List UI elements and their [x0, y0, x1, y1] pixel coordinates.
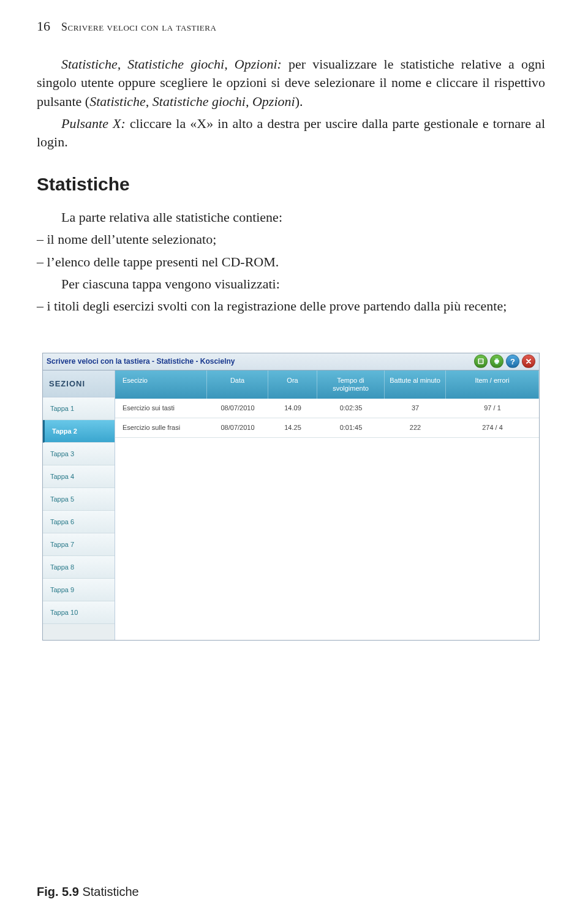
cell-item: 97 / 1	[446, 399, 539, 418]
svg-rect-6	[496, 363, 499, 364]
list-item-1: – il nome dell’utente selezionato;	[37, 230, 545, 249]
figure-caption-text: Statistiche	[79, 885, 139, 898]
print-icon	[493, 358, 500, 365]
cell-data: 08/07/2010	[207, 399, 268, 418]
paragraph-3: La parte relativa alle statistiche conti…	[37, 208, 545, 227]
list-item-2: – l’elenco delle tappe presenti nel CD-R…	[37, 253, 545, 271]
cell-tempo: 0:01:45	[317, 418, 385, 437]
sidebar-item-tappa-6[interactable]: Tappa 6	[43, 511, 115, 533]
sidebar-item-tappa-2[interactable]: Tappa 2	[43, 420, 115, 443]
col-ora: Ora	[268, 370, 317, 399]
cell-battute: 222	[385, 418, 446, 437]
col-tempo: Tempo di svolgimento	[317, 370, 385, 399]
paragraph-4: Per ciascuna tappa vengono visualizzati:	[37, 275, 545, 293]
table-row[interactable]: Esercizio sui tasti08/07/201014.090:02:3…	[115, 399, 539, 418]
col-item: Item / errori	[446, 370, 539, 399]
close-button[interactable]	[522, 355, 535, 368]
svg-rect-1	[479, 359, 483, 361]
page-number: 16	[37, 18, 50, 34]
figure-caption: Fig. 5.9 Statistiche	[37, 885, 139, 899]
section-heading: Statistiche	[37, 174, 545, 195]
para1-italics: Statistiche, Statistiche giochi, Opzioni	[89, 94, 295, 109]
table-header: Esecizio Data Ora Tempo di svolgimento B…	[115, 370, 539, 399]
list-item-3: – i titoli degli esercizi svolti con la …	[37, 297, 545, 315]
export-icon	[477, 358, 484, 365]
window-title: Scrivere veloci con la tastiera - Statis…	[47, 357, 472, 366]
cell-item: 274 / 4	[446, 418, 539, 437]
titlebar: Scrivere veloci con la tastiera - Statis…	[43, 353, 539, 370]
col-data: Data	[207, 370, 268, 399]
paragraph-1: Statistiche, Statistiche giochi, Opzioni…	[37, 55, 545, 111]
running-head: Scrivere veloci con la tastiera	[61, 21, 216, 34]
cell-ora: 14.25	[268, 418, 317, 437]
sidebar-item-tappa-1[interactable]: Tappa 1	[43, 397, 115, 420]
cell-esercizio: Esercizio sulle frasi	[115, 418, 207, 437]
cell-ora: 14.09	[268, 399, 317, 418]
cell-battute: 37	[385, 399, 446, 418]
statistics-window: Scrivere veloci con la tastiera - Statis…	[42, 353, 540, 641]
sidebar-heading: SEZIONI	[43, 370, 115, 397]
sidebar-item-tappa-9[interactable]: Tappa 9	[43, 579, 115, 601]
col-esercizio: Esecizio	[115, 370, 207, 399]
cell-data: 08/07/2010	[207, 418, 268, 437]
sidebar-item-tappa-7[interactable]: Tappa 7	[43, 533, 115, 556]
para2-lead: Pulsante X:	[61, 116, 126, 131]
sidebar-item-tappa-10[interactable]: Tappa 10	[43, 601, 115, 624]
para1-tail: ).	[295, 94, 303, 109]
close-icon	[525, 358, 532, 365]
print-button[interactable]	[490, 355, 503, 368]
paragraph-2: Pulsante X: cliccare la «X» in alto a de…	[37, 115, 545, 152]
para1-lead: Statistiche, Statistiche giochi, Opzioni…	[61, 56, 282, 72]
sidebar-item-tappa-8[interactable]: Tappa 8	[43, 556, 115, 579]
table-row[interactable]: Esercizio sulle frasi08/07/201014.250:01…	[115, 418, 539, 438]
help-icon: ?	[510, 357, 515, 366]
help-button[interactable]: ?	[506, 355, 519, 368]
sidebar-item-tappa-4[interactable]: Tappa 4	[43, 465, 115, 488]
sidebar: SEZIONI Tappa 1Tappa 2Tappa 3Tappa 4Tapp…	[43, 370, 115, 640]
col-battute: Battute al minuto	[385, 370, 446, 399]
svg-rect-5	[496, 359, 499, 360]
svg-rect-3	[479, 363, 483, 364]
cell-tempo: 0:02:35	[317, 399, 385, 418]
main-panel: Esecizio Data Ora Tempo di svolgimento B…	[115, 370, 539, 640]
sidebar-item-tappa-3[interactable]: Tappa 3	[43, 443, 115, 465]
figure-label: Fig. 5.9	[37, 885, 79, 898]
sidebar-item-tappa-5[interactable]: Tappa 5	[43, 488, 115, 511]
svg-rect-2	[479, 361, 483, 362]
cell-esercizio: Esercizio sui tasti	[115, 399, 207, 418]
export-button[interactable]	[474, 355, 488, 368]
